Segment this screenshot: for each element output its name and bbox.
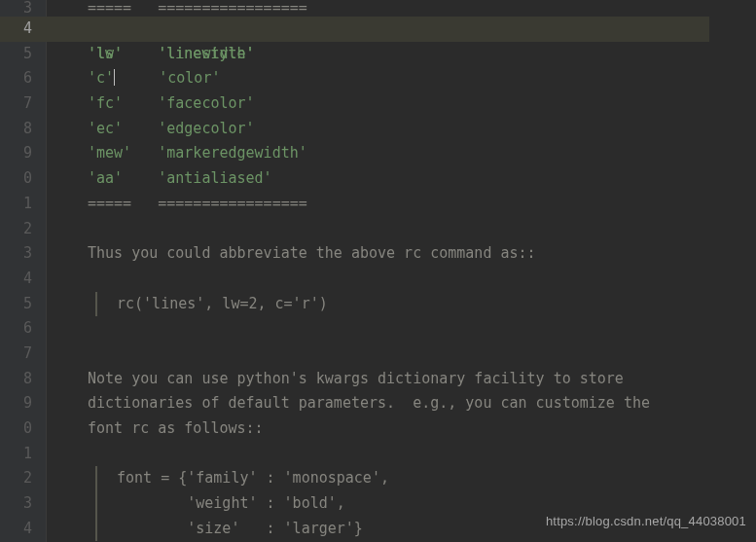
code-line[interactable] bbox=[88, 316, 756, 342]
line-number: 4 bbox=[0, 517, 46, 542]
code-token: 'c' bbox=[88, 69, 114, 87]
doc-code-block: font = {'family' : 'monospace', bbox=[95, 466, 389, 491]
code-line[interactable]: ===== ================= bbox=[88, 0, 756, 17]
code-area[interactable]: ===== ================='lw' 'linewidth''… bbox=[47, 0, 756, 542]
line-number: 2 bbox=[0, 217, 46, 242]
code-line[interactable]: rc('lines', lw=2, c='r') bbox=[88, 292, 756, 317]
code-whitespace bbox=[123, 45, 158, 62]
code-line[interactable]: ===== ================= bbox=[88, 192, 756, 217]
code-whitespace bbox=[115, 69, 159, 87]
line-number: 2 bbox=[0, 466, 46, 491]
line-number-gutter: 34💡56789012345678901234 bbox=[0, 0, 47, 542]
line-number: 9 bbox=[0, 141, 46, 166]
line-number: 4 bbox=[0, 267, 46, 292]
code-line[interactable]: 'mew' 'markeredgewidth' bbox=[88, 141, 756, 166]
code-token: ===== bbox=[88, 195, 131, 212]
code-whitespace bbox=[131, 195, 158, 212]
code-token: 'fc' bbox=[88, 94, 123, 112]
code-token: ================= bbox=[158, 195, 307, 212]
blank-line bbox=[88, 220, 96, 237]
line-number: 3 bbox=[0, 241, 46, 267]
code-token: 'linestyle' bbox=[158, 45, 254, 62]
line-number: 5 bbox=[0, 292, 46, 317]
code-line[interactable]: Note you can use python's kwargs diction… bbox=[88, 367, 756, 392]
code-whitespace bbox=[123, 120, 158, 137]
docstring-text: Thus you could abbreviate the above rc c… bbox=[88, 244, 536, 262]
code-token: 'antialiased' bbox=[158, 169, 271, 187]
line-number: 0 bbox=[0, 416, 46, 442]
blank-line bbox=[88, 270, 96, 287]
code-token: 'mew' bbox=[88, 144, 131, 162]
code-line[interactable]: 'ec' 'edgecolor' bbox=[88, 117, 756, 142]
code-token: 'aa' bbox=[88, 169, 123, 187]
docstring-text: Note you can use python's kwargs diction… bbox=[88, 370, 624, 387]
code-whitespace bbox=[123, 94, 158, 112]
code-line[interactable]: font = {'family' : 'monospace', bbox=[88, 466, 756, 491]
line-number: 9 bbox=[0, 391, 46, 416]
code-line[interactable] bbox=[88, 267, 756, 292]
line-number: 8 bbox=[0, 367, 46, 392]
line-number: 6 bbox=[0, 316, 46, 342]
line-number: 8 bbox=[0, 117, 46, 142]
code-whitespace bbox=[131, 144, 158, 162]
line-number: 6 bbox=[0, 66, 46, 91]
watermark-text: https://blog.csdn.net/qq_44038001 bbox=[546, 509, 746, 534]
code-token: 'markeredgewidth' bbox=[158, 144, 307, 162]
code-whitespace bbox=[123, 169, 158, 187]
code-line[interactable]: 'c' 'color' bbox=[88, 66, 756, 91]
doc-code-block: rc('lines', lw=2, c='r') bbox=[95, 292, 328, 317]
code-token: 'facecolor' bbox=[158, 94, 254, 112]
blank-line bbox=[88, 344, 96, 362]
docstring-text: dictionaries of default parameters. e.g.… bbox=[88, 394, 650, 412]
code-token: ===== bbox=[88, 0, 131, 17]
code-token: 'color' bbox=[159, 69, 220, 87]
line-number: 7 bbox=[0, 342, 46, 367]
code-token: 'edgecolor' bbox=[158, 120, 254, 137]
docstring-text: font rc as follows:: bbox=[88, 419, 264, 437]
code-whitespace bbox=[131, 0, 158, 17]
code-line[interactable] bbox=[88, 217, 756, 242]
line-number: 3 bbox=[0, 0, 46, 17]
doc-code-block: 'weight' : 'bold', bbox=[95, 491, 345, 517]
line-number: 1 bbox=[0, 192, 46, 217]
code-line[interactable]: Thus you could abbreviate the above rc c… bbox=[88, 241, 756, 267]
blank-line bbox=[88, 445, 96, 462]
line-number: 4💡 bbox=[0, 17, 46, 42]
code-editor[interactable]: 34💡56789012345678901234 ===== ==========… bbox=[0, 0, 756, 542]
code-line[interactable]: font rc as follows:: bbox=[88, 416, 756, 442]
code-line[interactable] bbox=[88, 442, 756, 467]
code-line[interactable]: 'fc' 'facecolor' bbox=[88, 91, 756, 117]
code-line[interactable]: dictionaries of default parameters. e.g.… bbox=[88, 391, 756, 416]
line-number: 0 bbox=[0, 166, 46, 192]
doc-code-block: 'size' : 'larger'} bbox=[95, 517, 363, 542]
line-number: 7 bbox=[0, 91, 46, 117]
current-line-highlight bbox=[41, 17, 709, 42]
line-number: 3 bbox=[0, 491, 46, 517]
code-token: 'ec' bbox=[88, 120, 123, 137]
code-token: ================= bbox=[158, 0, 307, 17]
code-line[interactable]: 'aa' 'antialiased' bbox=[88, 166, 756, 192]
line-number: 1 bbox=[0, 442, 46, 467]
code-line[interactable]: 'lw' 'linewidth' bbox=[88, 17, 756, 42]
line-number: 5 bbox=[0, 42, 46, 67]
blank-line bbox=[88, 319, 96, 337]
code-line[interactable] bbox=[88, 342, 756, 367]
code-token: 'ls' bbox=[88, 45, 123, 62]
